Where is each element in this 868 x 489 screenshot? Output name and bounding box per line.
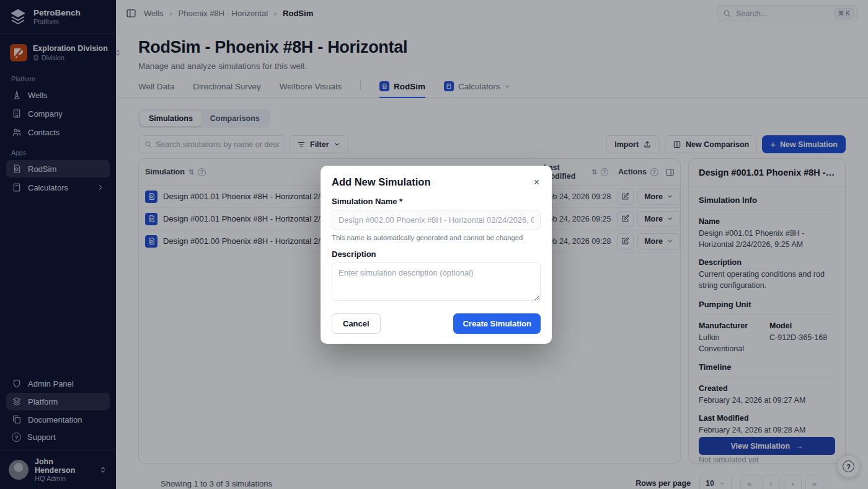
description-label: Description bbox=[332, 249, 541, 259]
modal-title: Add New Simulation bbox=[332, 176, 431, 188]
cancel-button[interactable]: Cancel bbox=[332, 313, 381, 334]
create-simulation-button[interactable]: Create Simulation bbox=[453, 313, 541, 334]
name-helper-text: This name is automatically generated and… bbox=[332, 234, 541, 241]
simulation-name-field[interactable] bbox=[332, 210, 541, 230]
close-icon[interactable]: × bbox=[533, 176, 541, 189]
simulation-name-label: Simulation Name * bbox=[332, 197, 541, 206]
description-field[interactable] bbox=[332, 262, 541, 301]
add-simulation-modal: Add New Simulation × Simulation Name * T… bbox=[321, 166, 552, 344]
